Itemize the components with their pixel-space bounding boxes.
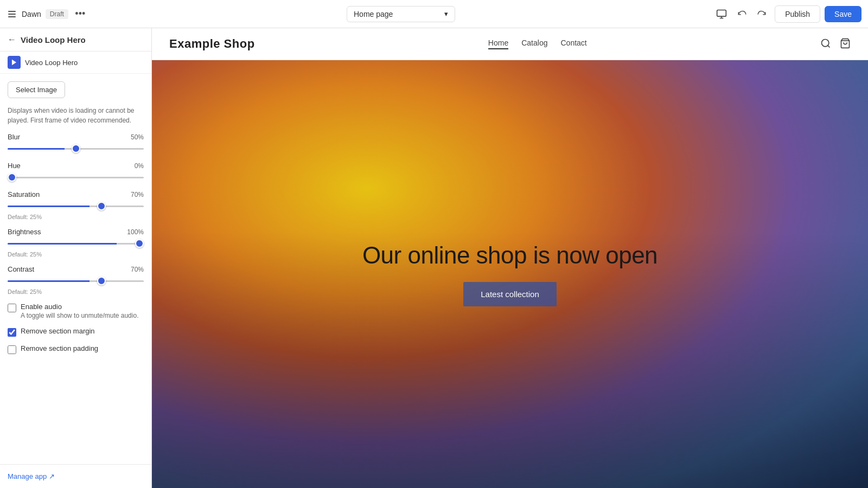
cart-icon[interactable] xyxy=(840,38,851,50)
external-link-icon: ↗ xyxy=(49,472,55,480)
topbar-left: Dawn Draft ••• xyxy=(7,7,88,22)
brightness-slider-track xyxy=(8,238,144,249)
section-icon xyxy=(8,56,21,69)
contrast-value: 70% xyxy=(131,266,144,273)
sidebar-header: ← Video Loop Hero xyxy=(0,28,151,52)
save-button[interactable]: Save xyxy=(825,6,861,22)
main-area: ← Video Loop Hero Video Loop Hero Select… xyxy=(0,28,868,488)
sidebar-content: Select Image Displays when video is load… xyxy=(0,74,151,362)
desktop-icon[interactable] xyxy=(714,7,729,22)
saturation-label-row: Saturation 70% xyxy=(8,190,144,198)
hero-title: Our online shop is now open xyxy=(362,242,658,269)
page-selector[interactable]: Home page ▾ xyxy=(347,6,455,22)
chevron-down-icon: ▾ xyxy=(444,10,448,18)
brightness-slider-group: Brightness 100% Default: 25% xyxy=(8,228,144,258)
publish-button[interactable]: Publish xyxy=(775,5,820,23)
svg-rect-0 xyxy=(717,10,726,16)
store-nav: Example Shop Home Catalog Contact xyxy=(152,28,868,60)
store-name: Example Shop xyxy=(169,37,255,51)
enable-audio-label-group: Enable audio A toggle will show to unmut… xyxy=(21,303,138,319)
undo-button[interactable] xyxy=(733,5,751,23)
redo-button[interactable] xyxy=(753,5,770,23)
hero-section: Our online shop is now open Latest colle… xyxy=(152,60,868,488)
contrast-default: Default: 25% xyxy=(8,288,144,295)
saturation-slider-group: Saturation 70% Default: 25% xyxy=(8,190,144,220)
remove-margin-checkbox[interactable] xyxy=(8,328,16,337)
svg-marker-1 xyxy=(12,60,16,66)
enable-audio-row: Enable audio A toggle will show to unmut… xyxy=(8,303,144,319)
hue-label-row: Hue 0% xyxy=(8,162,144,170)
remove-padding-row: Remove section padding xyxy=(8,344,144,354)
topbar-center: Home page ▾ xyxy=(92,6,710,22)
blur-label-row: Blur 50% xyxy=(8,133,144,141)
contrast-slider-track xyxy=(8,275,144,286)
manage-app-link[interactable]: Manage app ↗ xyxy=(8,472,144,480)
svg-point-2 xyxy=(822,39,829,46)
hue-slider[interactable] xyxy=(8,177,144,178)
saturation-label: Saturation xyxy=(8,190,40,198)
saturation-default: Default: 25% xyxy=(8,214,144,220)
nav-contact[interactable]: Contact xyxy=(560,38,586,49)
hue-label: Hue xyxy=(8,162,21,170)
back-arrow-icon[interactable]: ← xyxy=(8,35,16,44)
blur-slider[interactable] xyxy=(8,148,144,150)
contrast-label: Contrast xyxy=(8,265,34,273)
select-image-button[interactable]: Select Image xyxy=(8,81,65,98)
theme-name: Dawn xyxy=(22,10,41,18)
saturation-slider[interactable] xyxy=(8,206,144,207)
sidebar: ← Video Loop Hero Video Loop Hero Select… xyxy=(0,28,152,488)
blur-label: Blur xyxy=(8,133,20,141)
remove-padding-label[interactable]: Remove section padding xyxy=(21,344,98,352)
undo-redo-group xyxy=(733,5,770,23)
hue-value: 0% xyxy=(135,162,144,170)
hue-slider-group: Hue 0% xyxy=(8,162,144,183)
grid-icon[interactable] xyxy=(7,9,17,20)
preview-area: Example Shop Home Catalog Contact xyxy=(152,28,868,488)
manage-app-label: Manage app xyxy=(8,472,47,480)
contrast-label-row: Contrast 70% xyxy=(8,265,144,273)
more-button[interactable]: ••• xyxy=(73,7,88,22)
brightness-value: 100% xyxy=(127,228,144,236)
nav-home[interactable]: Home xyxy=(488,38,508,49)
topbar: Dawn Draft ••• Home page ▾ xyxy=(0,0,868,28)
contrast-slider[interactable] xyxy=(8,280,144,282)
brightness-label: Brightness xyxy=(8,228,41,236)
sidebar-title: Video Loop Hero xyxy=(21,35,86,44)
image-help-text: Displays when video is loading or cannot… xyxy=(8,106,144,125)
contrast-slider-group: Contrast 70% Default: 25% xyxy=(8,265,144,295)
remove-margin-row: Remove section margin xyxy=(8,327,144,337)
brightness-default: Default: 25% xyxy=(8,251,144,258)
blur-slider-track xyxy=(8,143,144,154)
topbar-right: Publish Save xyxy=(714,5,861,23)
search-icon[interactable] xyxy=(820,38,831,50)
store-preview: Example Shop Home Catalog Contact xyxy=(152,28,868,488)
hero-cta-button[interactable]: Latest collection xyxy=(463,282,557,306)
manage-app-section: Manage app ↗ xyxy=(0,464,151,488)
hero-content: Our online shop is now open Latest colle… xyxy=(152,60,868,488)
blur-slider-group: Blur 50% xyxy=(8,133,144,154)
brightness-label-row: Brightness 100% xyxy=(8,228,144,236)
enable-audio-desc: A toggle will show to unmute/mute audio. xyxy=(21,312,138,319)
remove-padding-checkbox[interactable] xyxy=(8,345,16,354)
store-menu: Home Catalog Contact xyxy=(488,38,587,49)
saturation-slider-track xyxy=(8,201,144,211)
hue-slider-track xyxy=(8,172,144,183)
draft-badge: Draft xyxy=(46,9,68,19)
remove-margin-label[interactable]: Remove section margin xyxy=(21,327,95,335)
nav-catalog[interactable]: Catalog xyxy=(521,38,547,49)
store-nav-icons xyxy=(820,38,851,50)
enable-audio-checkbox[interactable] xyxy=(8,304,16,312)
section-item-label: Video Loop Hero xyxy=(25,59,78,67)
saturation-value: 70% xyxy=(131,191,144,198)
page-selector-text: Home page xyxy=(354,10,393,18)
section-item: Video Loop Hero xyxy=(0,52,151,74)
blur-value: 50% xyxy=(131,133,144,141)
brightness-slider[interactable] xyxy=(8,243,144,245)
enable-audio-label[interactable]: Enable audio xyxy=(21,303,62,311)
